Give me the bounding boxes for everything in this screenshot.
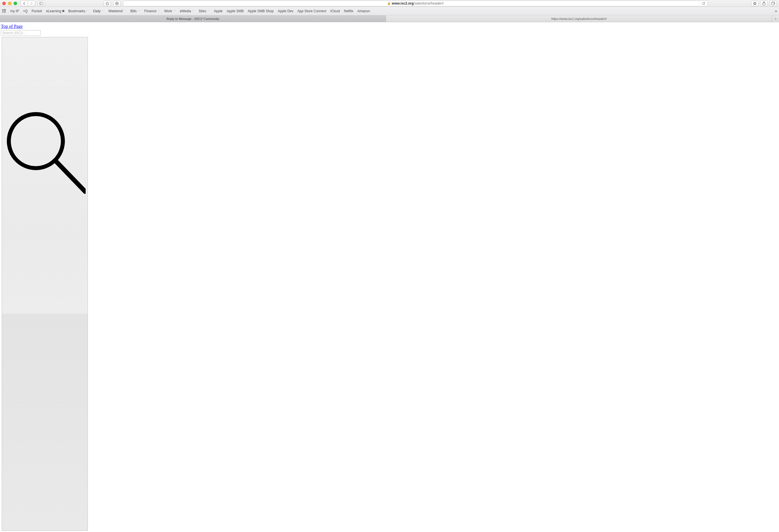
tabs-overview-button[interactable] xyxy=(769,1,777,6)
close-window-button[interactable] xyxy=(2,2,6,5)
fav-item-bills[interactable]: Bills﹀ xyxy=(130,9,140,13)
fav-item-emedia[interactable]: eMedia﹀ xyxy=(180,9,195,13)
square-icon xyxy=(62,10,64,12)
chevron-down-icon: ﹀ xyxy=(124,9,126,13)
fav-item-weekend[interactable]: Weekend﹀ xyxy=(108,9,126,13)
svg-line-8 xyxy=(55,161,85,191)
zoom-window-button[interactable] xyxy=(14,2,17,5)
tab-1[interactable]: https://www.isc2.org/salesforce/header# xyxy=(386,15,772,22)
fav-item-netflix[interactable]: Netflix xyxy=(344,9,353,13)
fav-item-bookmarks[interactable]: Bookmarks﹀ xyxy=(68,9,89,13)
svg-rect-0 xyxy=(40,2,43,5)
fav-item-amazon[interactable]: Amazon xyxy=(357,9,370,13)
favorites-bar: my IP +Q Pocket eLearning Bookmarks﹀ Dai… xyxy=(0,7,779,15)
chevron-down-icon: ﹀ xyxy=(102,9,105,13)
fav-item-finance[interactable]: Finance﹀ xyxy=(144,9,160,13)
tab-strip: Reply to Message - (ISC)² Community http… xyxy=(0,15,779,22)
browser-toolbar: 🔒 www.isc2.org /salesforce/header# xyxy=(0,0,779,7)
nav-buttons xyxy=(20,1,35,6)
chevron-down-icon: ﹀ xyxy=(138,9,140,13)
fav-item-apple-dev[interactable]: Apple Dev xyxy=(278,9,293,13)
fav-item-elearning[interactable]: eLearning xyxy=(46,9,64,13)
sidebar-button[interactable] xyxy=(38,1,45,6)
page-content: Top of Page xyxy=(0,22,779,532)
fav-item-apple[interactable]: Apple xyxy=(214,9,223,13)
fav-item-apple-smb[interactable]: Apple SMB xyxy=(227,9,244,13)
tab-0[interactable]: Reply to Message - (ISC)² Community xyxy=(0,15,386,22)
address-bar[interactable]: 🔒 www.isc2.org /salesforce/header# xyxy=(123,1,708,6)
broken-image-placeholder xyxy=(2,37,88,531)
address-path: /salesforce/header# xyxy=(414,1,443,5)
chevron-right-icon xyxy=(30,2,33,5)
share-icon xyxy=(762,1,766,5)
chevron-down-icon: ﹀ xyxy=(158,9,160,13)
download-icon xyxy=(753,2,757,5)
home-button[interactable] xyxy=(104,1,111,6)
globe-icon xyxy=(115,2,119,5)
lock-icon: 🔒 xyxy=(387,2,391,5)
svg-rect-6 xyxy=(771,3,774,5)
downloads-button[interactable] xyxy=(751,1,759,6)
fav-item-daily[interactable]: Daily﹀ xyxy=(93,9,105,13)
fav-item-plus-q[interactable]: +Q xyxy=(23,9,27,13)
tab-title: https://www.isc2.org/salesforce/header# xyxy=(551,17,607,20)
reload-icon xyxy=(702,2,705,5)
home-icon xyxy=(105,2,109,5)
chevron-down-icon: ﹀ xyxy=(173,9,176,13)
reload-button[interactable] xyxy=(702,2,705,5)
window-controls xyxy=(2,2,17,5)
fav-item-my-ip[interactable]: my IP xyxy=(10,9,19,13)
chevron-left-icon xyxy=(23,2,25,5)
website-settings-button[interactable] xyxy=(113,1,121,6)
fav-item-icloud[interactable]: iCloud xyxy=(330,9,340,13)
back-button[interactable] xyxy=(20,1,28,6)
site-search-input[interactable] xyxy=(1,30,41,36)
favorites-overflow-button[interactable]: » xyxy=(775,8,777,14)
toolbar-right xyxy=(751,1,777,6)
tabs-icon xyxy=(771,2,775,5)
fav-item-app-store-connect[interactable]: App Store Connect xyxy=(297,9,326,13)
fav-item-pocket[interactable]: Pocket xyxy=(32,9,42,13)
chevron-down-icon: ﹀ xyxy=(192,9,195,13)
fav-item-apple-smb-shop[interactable]: Apple SMB Shop xyxy=(248,9,274,13)
address-bar-wrap: 🔒 www.isc2.org /salesforce/header# xyxy=(123,1,708,6)
favorites-grid-button[interactable] xyxy=(2,9,6,13)
address-host: www.isc2.org xyxy=(392,1,414,5)
grid-icon xyxy=(2,9,6,13)
tab-title: Reply to Message - (ISC)² Community xyxy=(167,17,219,20)
top-of-page-link[interactable]: Top of Page xyxy=(1,24,23,29)
share-button[interactable] xyxy=(760,1,768,6)
fav-item-work[interactable]: Work﹀ xyxy=(164,9,176,13)
chevron-down-icon: ﹀ xyxy=(86,9,89,13)
forward-button[interactable] xyxy=(28,1,35,6)
new-tab-button[interactable]: + xyxy=(772,15,779,22)
fav-item-sites[interactable]: Sites﹀ xyxy=(198,9,210,13)
minimize-window-button[interactable] xyxy=(8,2,11,5)
sidebar-icon xyxy=(39,2,43,5)
svg-point-7 xyxy=(9,114,63,168)
search-icon xyxy=(3,111,85,194)
chevron-down-icon: ﹀ xyxy=(207,9,210,13)
